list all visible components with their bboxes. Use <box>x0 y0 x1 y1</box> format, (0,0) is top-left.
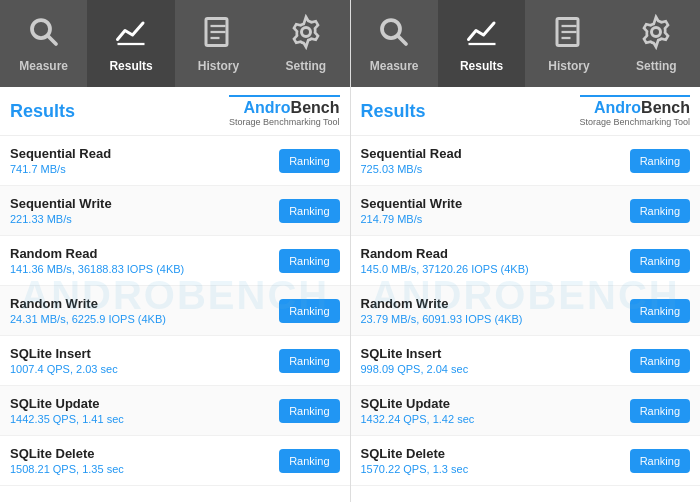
result-name: Sequential Write <box>361 196 463 211</box>
result-row: Sequential Read725.03 MB/sRanking <box>351 136 701 186</box>
panel-left: Measure Results History SettingANDROBENC… <box>0 0 351 502</box>
result-name: Sequential Read <box>361 146 462 161</box>
toolbar-label-measure: Measure <box>370 59 419 73</box>
results-header: ResultsAndroBenchStorage Benchmarking To… <box>0 87 350 136</box>
result-value: 24.31 MB/s, 6225.9 IOPS (4KB) <box>10 313 166 325</box>
result-name: SQLite Delete <box>10 446 124 461</box>
history-icon <box>551 14 587 55</box>
result-info: Sequential Write214.79 MB/s <box>361 196 463 225</box>
result-name: SQLite Update <box>10 396 124 411</box>
result-value: 725.03 MB/s <box>361 163 462 175</box>
ranking-button[interactable]: Ranking <box>279 199 339 223</box>
svg-point-7 <box>301 28 310 37</box>
result-name: Random Write <box>10 296 166 311</box>
result-row: Random Read141.36 MB/s, 36188.83 IOPS (4… <box>0 236 350 286</box>
result-value: 23.79 MB/s, 6091.93 IOPS (4KB) <box>361 313 523 325</box>
toolbar-left: Measure Results History Setting <box>0 0 350 87</box>
ranking-button[interactable]: Ranking <box>279 399 339 423</box>
panel-right: Measure Results History SettingANDROBENC… <box>351 0 701 502</box>
results-area-left: ANDROBENCHResultsAndroBenchStorage Bench… <box>0 87 350 502</box>
brand-logo: AndroBenchStorage Benchmarking Tool <box>229 95 339 127</box>
result-row: SQLite Update1432.24 QPS, 1.42 secRankin… <box>351 386 701 436</box>
result-value: 141.36 MB/s, 36188.83 IOPS (4KB) <box>10 263 184 275</box>
toolbar-item-measure-right[interactable]: Measure <box>351 0 438 87</box>
measure-icon <box>376 14 412 55</box>
toolbar-item-setting-right[interactable]: Setting <box>613 0 700 87</box>
result-value: 214.79 MB/s <box>361 213 463 225</box>
ranking-button[interactable]: Ranking <box>630 149 690 173</box>
brand-name: AndroBench <box>243 99 339 117</box>
result-row: Random Write24.31 MB/s, 6225.9 IOPS (4KB… <box>0 286 350 336</box>
toolbar-item-results-right[interactable]: Results <box>438 0 525 87</box>
ranking-button[interactable]: Ranking <box>630 449 690 473</box>
svg-point-15 <box>652 28 661 37</box>
result-row: SQLite Update1442.35 QPS, 1.41 secRankin… <box>0 386 350 436</box>
toolbar-label-setting: Setting <box>636 59 677 73</box>
result-value: 1570.22 QPS, 1.3 sec <box>361 463 469 475</box>
result-name: Sequential Write <box>10 196 112 211</box>
result-info: SQLite Delete1508.21 QPS, 1.35 sec <box>10 446 124 475</box>
toolbar-label-measure: Measure <box>19 59 68 73</box>
result-row: Sequential Write221.33 MB/sRanking <box>0 186 350 236</box>
toolbar-item-setting-left[interactable]: Setting <box>262 0 349 87</box>
result-name: SQLite Insert <box>10 346 118 361</box>
brand-sub: Storage Benchmarking Tool <box>580 117 690 127</box>
toolbar-item-history-left[interactable]: History <box>175 0 262 87</box>
result-info: Random Write24.31 MB/s, 6225.9 IOPS (4KB… <box>10 296 166 325</box>
brand-bar <box>580 95 690 97</box>
result-name: Random Write <box>361 296 523 311</box>
ranking-button[interactable]: Ranking <box>630 299 690 323</box>
result-value: 998.09 QPS, 2.04 sec <box>361 363 469 375</box>
ranking-button[interactable]: Ranking <box>279 349 339 373</box>
result-value: 1007.4 QPS, 2.03 sec <box>10 363 118 375</box>
result-name: Random Read <box>361 246 529 261</box>
ranking-button[interactable]: Ranking <box>630 249 690 273</box>
result-value: 1432.24 QPS, 1.42 sec <box>361 413 475 425</box>
brand-logo: AndroBenchStorage Benchmarking Tool <box>580 95 690 127</box>
result-value: 1508.21 QPS, 1.35 sec <box>10 463 124 475</box>
results-title: Results <box>361 101 426 122</box>
result-info: Random Write23.79 MB/s, 6091.93 IOPS (4K… <box>361 296 523 325</box>
result-info: SQLite Insert1007.4 QPS, 2.03 sec <box>10 346 118 375</box>
ranking-button[interactable]: Ranking <box>630 349 690 373</box>
result-info: Random Read145.0 MB/s, 37120.26 IOPS (4K… <box>361 246 529 275</box>
result-row: SQLite Delete1508.21 QPS, 1.35 secRankin… <box>0 436 350 486</box>
ranking-button[interactable]: Ranking <box>279 149 339 173</box>
toolbar-item-history-right[interactable]: History <box>525 0 612 87</box>
toolbar-label-history: History <box>198 59 239 73</box>
ranking-button[interactable]: Ranking <box>279 299 339 323</box>
result-name: Sequential Read <box>10 146 111 161</box>
toolbar-label-results: Results <box>460 59 503 73</box>
brand-bar <box>229 95 339 97</box>
brand-name: AndroBench <box>594 99 690 117</box>
toolbar-item-measure-left[interactable]: Measure <box>0 0 87 87</box>
result-info: SQLite Insert998.09 QPS, 2.04 sec <box>361 346 469 375</box>
result-row: SQLite Insert998.09 QPS, 2.04 secRanking <box>351 336 701 386</box>
result-info: Sequential Read725.03 MB/s <box>361 146 462 175</box>
result-info: SQLite Delete1570.22 QPS, 1.3 sec <box>361 446 469 475</box>
result-info: Sequential Write221.33 MB/s <box>10 196 112 225</box>
toolbar-label-history: History <box>548 59 589 73</box>
result-row: Random Read145.0 MB/s, 37120.26 IOPS (4K… <box>351 236 701 286</box>
result-info: SQLite Update1432.24 QPS, 1.42 sec <box>361 396 475 425</box>
ranking-button[interactable]: Ranking <box>279 449 339 473</box>
svg-line-9 <box>398 36 406 44</box>
ranking-button[interactable]: Ranking <box>279 249 339 273</box>
ranking-button[interactable]: Ranking <box>630 199 690 223</box>
ranking-button[interactable]: Ranking <box>630 399 690 423</box>
results-icon <box>464 14 500 55</box>
history-icon <box>200 14 236 55</box>
main-container: Measure Results History SettingANDROBENC… <box>0 0 700 502</box>
results-header: ResultsAndroBenchStorage Benchmarking To… <box>351 87 701 136</box>
result-value: 741.7 MB/s <box>10 163 111 175</box>
result-row: SQLite Delete1570.22 QPS, 1.3 secRanking <box>351 436 701 486</box>
setting-icon <box>638 14 674 55</box>
result-row: SQLite Insert1007.4 QPS, 2.03 secRanking <box>0 336 350 386</box>
toolbar-right: Measure Results History Setting <box>351 0 701 87</box>
results-title: Results <box>10 101 75 122</box>
result-row: Sequential Read741.7 MB/sRanking <box>0 136 350 186</box>
toolbar-item-results-left[interactable]: Results <box>87 0 174 87</box>
result-value: 221.33 MB/s <box>10 213 112 225</box>
toolbar-label-setting: Setting <box>285 59 326 73</box>
toolbar-label-results: Results <box>109 59 152 73</box>
